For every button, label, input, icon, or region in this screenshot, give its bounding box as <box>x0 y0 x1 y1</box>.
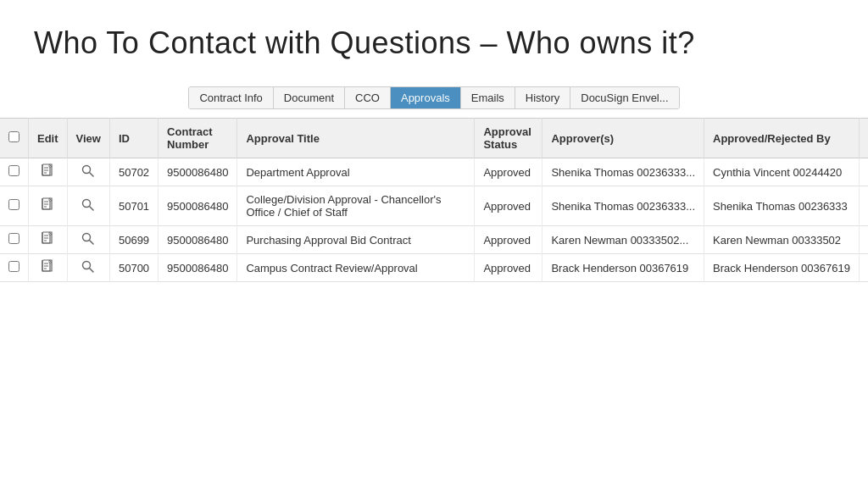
magnifier-icon[interactable] <box>81 232 95 246</box>
row-checkbox <box>0 254 29 282</box>
row-select-checkbox[interactable] <box>8 199 19 210</box>
col-approval-status: ApprovalStatus <box>475 119 542 158</box>
approval-title: Purchasing Approval Bid Contract <box>237 226 475 254</box>
page-title: Who To Contact with Questions – Who owns… <box>0 0 868 78</box>
approved-rejected-by: Cynthia Vincent 00244420 <box>704 158 860 186</box>
table-header-row: Edit View ID ContractNumber Approval Tit… <box>0 119 868 158</box>
approval-title: College/Division Approval - Chancellor's… <box>237 186 475 226</box>
row-checkbox <box>0 226 29 254</box>
extra-col: 1 <box>859 254 868 282</box>
view-cell[interactable] <box>67 158 109 186</box>
magnifier-icon[interactable] <box>81 164 95 178</box>
col-extra: D <box>859 119 868 158</box>
col-approvers: Approver(s) <box>542 119 704 158</box>
approval-status: Approved <box>475 158 542 186</box>
edit-icon[interactable] <box>41 259 54 274</box>
tab-history[interactable]: History <box>515 87 570 108</box>
view-cell[interactable] <box>67 186 109 226</box>
svg-line-6 <box>90 172 94 176</box>
col-approval-title: Approval Title <box>237 119 475 158</box>
magnifier-icon[interactable] <box>81 260 95 274</box>
approval-status: Approved <box>475 186 542 226</box>
tab-contract-info[interactable]: Contract Info <box>189 87 273 108</box>
contract-number: 9500086480 <box>159 226 237 254</box>
col-approved-rejected-by: Approved/Rejected By <box>704 119 860 158</box>
approved-rejected-by: Karen Newman 00333502 <box>704 226 860 254</box>
approval-status: Approved <box>475 226 542 254</box>
approval-status: Approved <box>475 254 542 282</box>
row-checkbox <box>0 186 29 226</box>
contract-number: 9500086480 <box>159 254 237 282</box>
row-select-checkbox[interactable] <box>8 165 19 176</box>
edit-icon[interactable] <box>41 197 54 213</box>
contract-number: 9500086480 <box>159 186 237 226</box>
select-all-checkbox[interactable] <box>8 131 19 142</box>
edit-icon[interactable] <box>41 164 54 179</box>
tab-bar: Contract Info Document CCO Approvals Ema… <box>188 86 679 109</box>
edit-cell[interactable] <box>29 158 68 186</box>
tab-emails[interactable]: Emails <box>461 87 515 108</box>
tab-approvals[interactable]: Approvals <box>391 87 461 108</box>
approvers: Shenika Thomas 00236333... <box>542 186 704 226</box>
extra-col: 1 <box>859 226 868 254</box>
approvals-table: Edit View ID ContractNumber Approval Tit… <box>0 118 868 282</box>
approvers: Brack Henderson 00367619 <box>542 254 704 282</box>
col-checkbox <box>0 119 29 158</box>
col-edit: Edit <box>29 119 68 158</box>
col-contract-number: ContractNumber <box>159 119 237 158</box>
edit-cell[interactable] <box>29 254 68 282</box>
approval-title: Department Approval <box>237 158 475 186</box>
extra-col: 1 <box>859 158 868 186</box>
table-row: 50700 9500086480 Campus Contract Review/… <box>0 254 868 282</box>
row-select-checkbox[interactable] <box>8 261 19 272</box>
tab-document[interactable]: Document <box>274 87 345 108</box>
approvers: Shenika Thomas 00236333... <box>542 158 704 186</box>
tabs-container: Contract Info Document CCO Approvals Ema… <box>0 78 868 109</box>
svg-line-20 <box>90 240 94 244</box>
approvals-table-wrapper: Edit View ID ContractNumber Approval Tit… <box>0 118 868 282</box>
record-id: 50699 <box>109 226 158 254</box>
table-row: 50701 9500086480 College/Division Approv… <box>0 186 868 226</box>
edit-cell[interactable] <box>29 186 68 226</box>
svg-line-27 <box>90 268 94 272</box>
edit-cell[interactable] <box>29 226 68 254</box>
view-cell[interactable] <box>67 254 109 282</box>
record-id: 50702 <box>109 158 158 186</box>
svg-line-13 <box>90 206 94 210</box>
approval-title: Campus Contract Review/Approval <box>237 254 475 282</box>
table-row: 50702 9500086480 Department Approval App… <box>0 158 868 186</box>
tab-docusign[interactable]: DocuSign Envel... <box>570 87 678 108</box>
record-id: 50700 <box>109 254 158 282</box>
approved-rejected-by: Brack Henderson 00367619 <box>704 254 860 282</box>
extra-col: 1 <box>859 186 868 226</box>
contract-number: 9500086480 <box>159 158 237 186</box>
view-cell[interactable] <box>67 226 109 254</box>
table-row: 50699 9500086480 Purchasing Approval Bid… <box>0 226 868 254</box>
approved-rejected-by: Shenika Thomas 00236333 <box>704 186 860 226</box>
record-id: 50701 <box>109 186 158 226</box>
tab-cco[interactable]: CCO <box>345 87 391 108</box>
row-checkbox <box>0 158 29 186</box>
col-id: ID <box>109 119 158 158</box>
row-select-checkbox[interactable] <box>8 233 19 244</box>
col-view: View <box>67 119 109 158</box>
edit-icon[interactable] <box>41 231 54 247</box>
approvers: Karen Newman 00333502... <box>542 226 704 254</box>
magnifier-icon[interactable] <box>81 198 95 212</box>
